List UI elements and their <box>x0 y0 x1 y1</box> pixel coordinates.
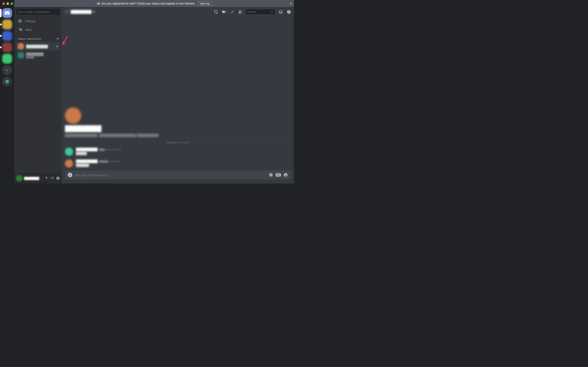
mic-muted-icon <box>45 176 48 180</box>
user-settings-button[interactable] <box>56 176 60 180</box>
dm-header: DIRECT MESSAGES + <box>14 34 62 42</box>
nitro-label: Nitro <box>25 28 32 31</box>
find-conversation-input[interactable]: Find or start a conversation <box>16 9 60 15</box>
server-icon[interactable] <box>2 42 12 52</box>
notice-text: Are you registered to vote? Check your s… <box>102 2 195 5</box>
chat-main: @ █████████ Search <box>62 7 294 184</box>
gif-button[interactable]: GIF <box>276 173 281 176</box>
welcome-description: ███████████████ █████████████████ ██████… <box>65 133 291 137</box>
discord-logo-icon <box>4 10 10 16</box>
help-button[interactable] <box>287 9 291 14</box>
inbox-button[interactable] <box>278 9 283 14</box>
explore-servers-button[interactable] <box>2 77 12 86</box>
avatar <box>17 43 24 50</box>
pin-icon <box>230 9 234 14</box>
dm-welcome: █████████ ███████████████ ██████████████… <box>65 105 291 138</box>
close-icon[interactable]: ✕ <box>56 44 58 48</box>
emoji-button[interactable] <box>283 173 288 177</box>
add-user-icon <box>238 9 242 14</box>
attach-button[interactable] <box>68 173 72 177</box>
status-indicator <box>93 11 95 13</box>
avatar <box>65 108 81 124</box>
message-content: █████ <box>76 151 121 155</box>
gift-icon <box>269 173 273 177</box>
new-dm-button[interactable]: + <box>57 37 59 41</box>
deafen-button[interactable] <box>50 176 54 180</box>
message-author: ██████████ <box>76 159 98 163</box>
minimize-window-button[interactable] <box>7 2 9 5</box>
vote-button[interactable]: Vote.org <box>198 1 212 6</box>
unread-pill <box>0 24 2 25</box>
dm-name: ██████████ <box>26 45 48 48</box>
date-divider: September 14, 2020 <box>65 141 291 144</box>
message: ██████████ █████at 4:16 PM ██████ <box>65 159 291 170</box>
message-content: ██████ <box>76 163 120 167</box>
nitro-tab[interactable]: Nitro <box>16 25 60 34</box>
start-video-call-button[interactable] <box>222 9 226 14</box>
start-voice-call-button[interactable] <box>214 9 218 14</box>
message-author: ██████████ <box>76 148 98 151</box>
divider-date: September 14, 2020 <box>165 141 190 144</box>
message: ██████████ ███day at 4:16 PM █████ <box>65 147 291 159</box>
at-icon: @ <box>65 9 69 15</box>
add-friends-to-dm-button[interactable] <box>238 9 242 14</box>
avatar <box>65 159 73 167</box>
dm-sidebar: Find or start a conversation Friends Nit… <box>14 7 62 184</box>
emoji-icon <box>283 173 288 177</box>
home-button[interactable] <box>2 8 12 18</box>
friends-tab[interactable]: Friends <box>16 17 60 25</box>
plus-icon <box>5 68 9 72</box>
close-icon[interactable]: ✕ <box>289 2 292 6</box>
user-avatar[interactable] <box>16 175 22 182</box>
close-window-button[interactable] <box>2 2 5 5</box>
message-input[interactable] <box>75 173 266 177</box>
dm-item[interactable]: ████████ █████ <box>16 51 60 59</box>
dm-header-label: DIRECT MESSAGES <box>18 38 41 40</box>
inbox-icon <box>278 9 283 14</box>
unread-pill <box>0 47 2 48</box>
search-placeholder: Search <box>247 10 256 13</box>
nitro-icon <box>18 27 22 32</box>
avatar <box>17 52 24 58</box>
welcome-username: █████████ <box>65 125 102 132</box>
window-traffic-lights <box>2 2 13 5</box>
chat-header: @ █████████ Search <box>62 7 294 17</box>
username: ████████ <box>24 177 39 180</box>
compass-icon <box>5 80 9 83</box>
selection-pill <box>0 9 2 17</box>
message-timestamp: █████at 4:16 PM <box>99 160 120 163</box>
phone-icon <box>214 9 218 14</box>
unread-pill <box>0 35 2 37</box>
server-icon[interactable] <box>2 20 12 29</box>
pinned-messages-button[interactable] <box>230 9 234 14</box>
plus-icon <box>69 174 71 176</box>
video-icon <box>222 9 226 14</box>
message-timestamp: ███day at 4:16 PM <box>99 148 121 151</box>
search-input[interactable]: Search <box>246 9 275 14</box>
friends-label: Friends <box>25 19 35 23</box>
dm-subtext: █████ <box>26 56 43 58</box>
chat-messages: █████████ ███████████████ ██████████████… <box>62 17 294 170</box>
flag-icon: 🇺🇸 <box>96 2 100 5</box>
gift-button[interactable] <box>269 173 273 177</box>
mute-mic-button[interactable] <box>44 176 49 180</box>
headphones-icon <box>51 176 54 180</box>
notice-banner: 🇺🇸 Are you registered to vote? Check you… <box>14 0 294 7</box>
maximize-window-button[interactable] <box>11 2 13 5</box>
help-icon <box>287 9 291 14</box>
add-server-button[interactable] <box>2 65 12 75</box>
user-panel: ████████ <box>14 173 62 184</box>
server-list <box>0 7 14 184</box>
server-icon[interactable] <box>2 54 12 64</box>
scrollbar[interactable] <box>292 17 294 170</box>
channel-name: █████████ <box>71 10 91 14</box>
dm-item[interactable]: ██████████ ✕ <box>16 42 60 50</box>
search-icon <box>271 10 274 13</box>
gear-icon <box>56 176 60 180</box>
message-composer: GIF <box>65 170 291 179</box>
dm-name: ████████ <box>26 52 43 56</box>
avatar <box>65 148 73 156</box>
server-icon[interactable] <box>2 31 12 41</box>
gif-label: GIF <box>276 173 281 176</box>
friends-icon <box>18 19 22 23</box>
